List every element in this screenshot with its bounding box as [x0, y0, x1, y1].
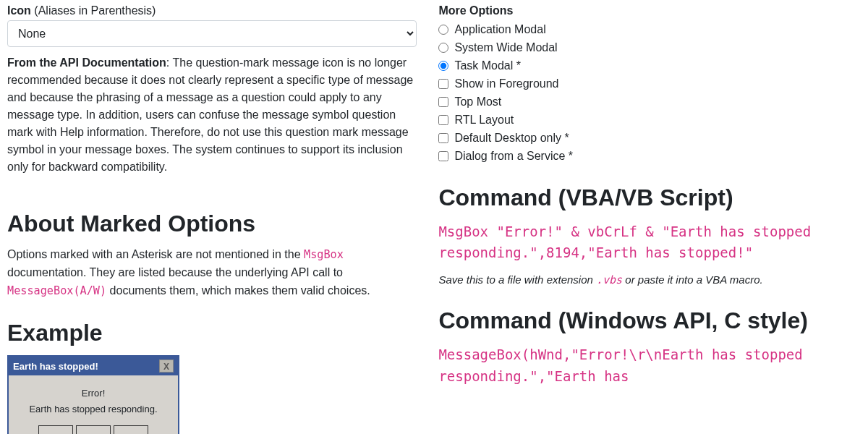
checkbox-default-desktop[interactable] [438, 133, 448, 143]
msgbox-title: Earth has stopped! [13, 361, 98, 372]
icon-field-label: Icon (Aliases in Parenthesis) [7, 4, 417, 17]
msgbox-body: Error! Earth has stopped responding. [9, 375, 178, 425]
close-icon[interactable]: X [159, 359, 174, 373]
about-text-b: documentation. They are listed because t… [7, 266, 343, 278]
option-default-desktop[interactable]: Default Desktop only * [438, 132, 861, 145]
about-paragraph: Options marked with an Asterisk are not … [7, 246, 417, 299]
option-dialog-service[interactable]: Dialog from a Service * [438, 150, 861, 163]
option-top-most[interactable]: Top Most [438, 95, 861, 109]
radio-system-wide-modal[interactable] [438, 43, 448, 53]
icon-label-paren: (Aliases in Parenthesis) [31, 4, 156, 17]
option-label: Application Modal [454, 23, 545, 36]
option-label: Default Desktop only * [454, 132, 569, 145]
radio-task-modal[interactable] [438, 61, 448, 71]
checkbox-rtl-layout[interactable] [438, 115, 448, 125]
example-heading: Example [7, 320, 417, 346]
msgbox-titlebar: Earth has stopped! X [9, 357, 178, 375]
vbs-hint: Save this to a file with extension .vbs … [438, 271, 861, 289]
option-label: Task Modal * [454, 59, 521, 72]
api-documentation-note: From the API Documentation: The question… [7, 54, 417, 176]
command-c-code: MessageBox(hWnd,"Error!\r\nEarth has sto… [438, 344, 861, 387]
radio-application-modal[interactable] [438, 25, 448, 35]
about-code-msgbox: MsgBox [304, 248, 344, 261]
command-vba-heading: Command (VBA/VB Script) [438, 184, 861, 211]
checkbox-show-foreground[interactable] [438, 79, 448, 89]
option-label: System Wide Modal [454, 41, 557, 54]
msgbox-line2: Earth has stopped responding. [14, 401, 172, 417]
msgbox-button[interactable] [38, 425, 73, 434]
option-label: Show in Foreground [454, 77, 558, 90]
about-text-a: Options marked with an Asterisk are not … [7, 248, 304, 260]
option-system-wide-modal[interactable]: System Wide Modal [438, 41, 861, 54]
more-options-label: More Options [438, 4, 861, 17]
hint-b: or paste it into a VBA macro. [622, 273, 763, 286]
api-note-lead: From the API Documentation [7, 56, 166, 69]
icon-label-strong: Icon [7, 4, 31, 17]
msgbox-button[interactable] [114, 425, 148, 434]
option-rtl-layout[interactable]: RTL Layout [438, 114, 861, 127]
command-c-heading: Command (Windows API, C style) [438, 307, 861, 334]
about-code-messagebox: MessageBox(A/W) [7, 284, 106, 297]
option-application-modal[interactable]: Application Modal [438, 23, 861, 36]
checkbox-top-most[interactable] [438, 97, 448, 107]
msgbox-line1: Error! [14, 386, 172, 401]
command-vba-code: MsgBox "Error!" & vbCrLf & "Earth has st… [438, 221, 861, 264]
checkbox-dialog-service[interactable] [438, 151, 448, 161]
option-label: RTL Layout [454, 114, 514, 127]
hint-ext: .vbs [596, 273, 622, 286]
msgbox-button-row [9, 425, 178, 434]
api-note-text: : The question-mark message icon is no l… [7, 56, 413, 173]
option-show-foreground[interactable]: Show in Foreground [438, 77, 861, 90]
option-label: Top Most [454, 95, 501, 109]
msgbox-button[interactable] [76, 425, 111, 434]
option-task-modal[interactable]: Task Modal * [438, 59, 861, 72]
option-label: Dialog from a Service * [454, 150, 573, 163]
about-heading: About Marked Options [7, 210, 417, 237]
example-msgbox: Earth has stopped! X Error! Earth has st… [7, 355, 179, 434]
about-text-c: documents them, which makes them valid c… [106, 284, 370, 297]
hint-a: Save this to a file with extension [438, 273, 596, 286]
icon-select[interactable]: None [7, 20, 417, 47]
